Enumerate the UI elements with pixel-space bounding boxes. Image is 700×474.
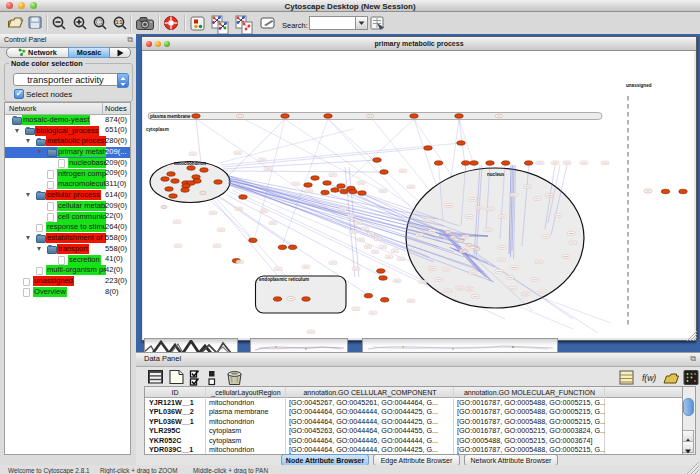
svg-text:1:1: 1:1 <box>116 20 123 25</box>
svg-text:mitochondrion: mitochondrion <box>174 161 206 166</box>
svg-text:cytoplasm: cytoplasm <box>146 127 169 132</box>
svg-text:unassigned: unassigned <box>626 83 652 88</box>
svg-text:f(w): f(w) <box>642 373 656 383</box>
svg-text:endoplasmic reticulum: endoplasmic reticulum <box>259 277 309 282</box>
svg-text:plasma membrane: plasma membrane <box>150 114 191 119</box>
